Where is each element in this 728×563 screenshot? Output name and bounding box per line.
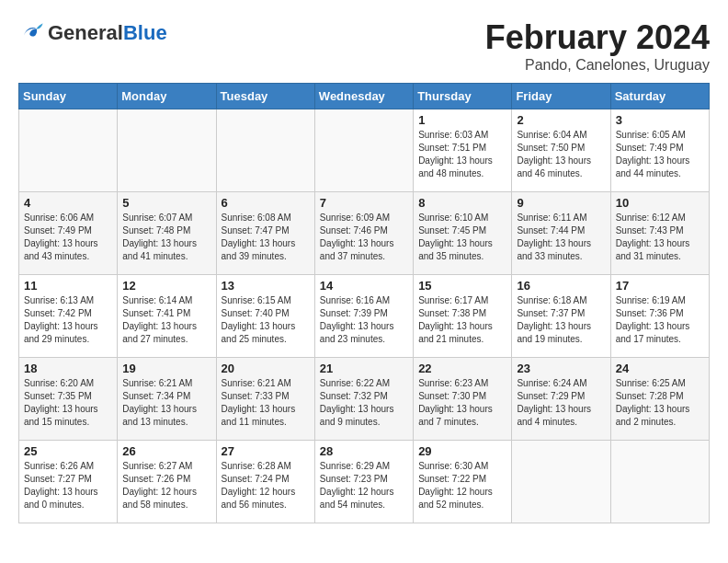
location: Pando, Canelones, Uruguay	[485, 57, 710, 74]
day-info: Sunrise: 6:19 AM Sunset: 7:36 PM Dayligh…	[616, 294, 704, 346]
day-number: 26	[122, 444, 210, 458]
day-number: 1	[418, 113, 506, 127]
day-number: 23	[517, 362, 605, 375]
month-year: February 2024	[485, 18, 710, 57]
calendar-cell: 22Sunrise: 6:23 AM Sunset: 7:30 PM Dayli…	[414, 358, 512, 441]
calendar-cell: 18Sunrise: 6:20 AM Sunset: 7:35 PM Dayli…	[19, 358, 118, 441]
calendar-table: SundayMondayTuesdayWednesdayThursdayFrid…	[18, 83, 710, 523]
day-number: 4	[24, 196, 112, 210]
calendar-cell: 3Sunrise: 6:05 AM Sunset: 7:49 PM Daylig…	[610, 109, 709, 192]
day-number: 19	[122, 362, 210, 375]
calendar-cell: 29Sunrise: 6:30 AM Sunset: 7:22 PM Dayli…	[414, 441, 512, 523]
calendar-cell: 24Sunrise: 6:25 AM Sunset: 7:28 PM Dayli…	[610, 358, 709, 441]
day-number: 6	[222, 196, 310, 210]
calendar-body: 1Sunrise: 6:03 AM Sunset: 7:51 PM Daylig…	[19, 109, 710, 523]
day-number: 3	[616, 113, 704, 127]
calendar-header-row: SundayMondayTuesdayWednesdayThursdayFrid…	[19, 84, 710, 109]
day-number: 25	[24, 444, 112, 458]
calendar-cell: 1Sunrise: 6:03 AM Sunset: 7:51 PM Daylig…	[414, 109, 512, 192]
day-number: 12	[122, 279, 210, 293]
calendar-cell	[19, 109, 118, 192]
bird-icon	[18, 18, 44, 44]
calendar-cell: 10Sunrise: 6:12 AM Sunset: 7:43 PM Dayli…	[610, 192, 709, 275]
day-of-week-header: Monday	[118, 84, 216, 109]
day-info: Sunrise: 6:24 AM Sunset: 7:29 PM Dayligh…	[517, 377, 605, 429]
calendar-cell: 16Sunrise: 6:18 AM Sunset: 7:37 PM Dayli…	[512, 275, 610, 358]
day-number: 18	[24, 362, 112, 375]
calendar-cell: 11Sunrise: 6:13 AM Sunset: 7:42 PM Dayli…	[19, 275, 118, 358]
day-of-week-header: Friday	[512, 84, 610, 109]
day-number: 14	[320, 279, 408, 293]
page-header: GeneralBlue February 2024 Pando, Canelon…	[18, 18, 710, 74]
day-number: 28	[320, 444, 408, 458]
day-info: Sunrise: 6:27 AM Sunset: 7:26 PM Dayligh…	[122, 460, 210, 511]
day-info: Sunrise: 6:20 AM Sunset: 7:35 PM Dayligh…	[24, 377, 112, 429]
logo: GeneralBlue	[18, 18, 167, 48]
day-number: 17	[616, 279, 704, 293]
calendar-cell	[314, 109, 413, 192]
day-number: 7	[320, 196, 408, 210]
day-number: 5	[122, 196, 210, 210]
day-number: 27	[222, 444, 310, 458]
calendar-cell: 7Sunrise: 6:09 AM Sunset: 7:46 PM Daylig…	[314, 192, 413, 275]
day-info: Sunrise: 6:22 AM Sunset: 7:32 PM Dayligh…	[320, 377, 408, 429]
day-info: Sunrise: 6:06 AM Sunset: 7:49 PM Dayligh…	[24, 212, 112, 263]
calendar-week-row: 11Sunrise: 6:13 AM Sunset: 7:42 PM Dayli…	[19, 275, 710, 358]
day-info: Sunrise: 6:21 AM Sunset: 7:34 PM Dayligh…	[122, 377, 210, 429]
day-info: Sunrise: 6:15 AM Sunset: 7:40 PM Dayligh…	[222, 294, 310, 346]
calendar-cell: 13Sunrise: 6:15 AM Sunset: 7:40 PM Dayli…	[216, 275, 314, 358]
day-of-week-header: Wednesday	[314, 84, 413, 109]
day-info: Sunrise: 6:30 AM Sunset: 7:22 PM Dayligh…	[418, 460, 506, 511]
day-info: Sunrise: 6:16 AM Sunset: 7:39 PM Dayligh…	[320, 294, 408, 346]
day-info: Sunrise: 6:28 AM Sunset: 7:24 PM Dayligh…	[222, 460, 310, 511]
calendar-cell: 26Sunrise: 6:27 AM Sunset: 7:26 PM Dayli…	[118, 441, 216, 523]
day-number: 11	[24, 279, 112, 293]
logo-text: GeneralBlue	[48, 23, 167, 43]
calendar-week-row: 4Sunrise: 6:06 AM Sunset: 7:49 PM Daylig…	[19, 192, 710, 275]
day-number: 20	[222, 362, 310, 375]
calendar-cell: 14Sunrise: 6:16 AM Sunset: 7:39 PM Dayli…	[314, 275, 413, 358]
calendar-cell: 20Sunrise: 6:21 AM Sunset: 7:33 PM Dayli…	[216, 358, 314, 441]
calendar-cell	[118, 109, 216, 192]
day-number: 10	[616, 196, 704, 210]
day-number: 13	[222, 279, 310, 293]
title-block: February 2024 Pando, Canelones, Uruguay	[485, 18, 710, 74]
calendar-cell: 4Sunrise: 6:06 AM Sunset: 7:49 PM Daylig…	[19, 192, 118, 275]
calendar-cell	[216, 109, 314, 192]
day-info: Sunrise: 6:12 AM Sunset: 7:43 PM Dayligh…	[616, 212, 704, 263]
day-info: Sunrise: 6:03 AM Sunset: 7:51 PM Dayligh…	[418, 129, 506, 180]
day-number: 8	[418, 196, 506, 210]
day-number: 15	[418, 279, 506, 293]
calendar-cell: 6Sunrise: 6:08 AM Sunset: 7:47 PM Daylig…	[216, 192, 314, 275]
calendar-cell: 15Sunrise: 6:17 AM Sunset: 7:38 PM Dayli…	[414, 275, 512, 358]
day-info: Sunrise: 6:07 AM Sunset: 7:48 PM Dayligh…	[122, 212, 210, 263]
calendar-cell: 8Sunrise: 6:10 AM Sunset: 7:45 PM Daylig…	[414, 192, 512, 275]
calendar-cell: 21Sunrise: 6:22 AM Sunset: 7:32 PM Dayli…	[314, 358, 413, 441]
day-info: Sunrise: 6:14 AM Sunset: 7:41 PM Dayligh…	[122, 294, 210, 346]
calendar-cell: 12Sunrise: 6:14 AM Sunset: 7:41 PM Dayli…	[118, 275, 216, 358]
day-info: Sunrise: 6:05 AM Sunset: 7:49 PM Dayligh…	[616, 129, 704, 180]
calendar-cell: 5Sunrise: 6:07 AM Sunset: 7:48 PM Daylig…	[118, 192, 216, 275]
day-of-week-header: Sunday	[19, 84, 118, 109]
day-info: Sunrise: 6:09 AM Sunset: 7:46 PM Dayligh…	[320, 212, 408, 263]
calendar-cell	[512, 441, 610, 523]
calendar-cell: 23Sunrise: 6:24 AM Sunset: 7:29 PM Dayli…	[512, 358, 610, 441]
day-info: Sunrise: 6:11 AM Sunset: 7:44 PM Dayligh…	[517, 212, 605, 263]
day-number: 22	[418, 362, 506, 375]
calendar-cell: 9Sunrise: 6:11 AM Sunset: 7:44 PM Daylig…	[512, 192, 610, 275]
calendar-cell	[610, 441, 709, 523]
day-info: Sunrise: 6:08 AM Sunset: 7:47 PM Dayligh…	[222, 212, 310, 263]
day-info: Sunrise: 6:29 AM Sunset: 7:23 PM Dayligh…	[320, 460, 408, 511]
day-info: Sunrise: 6:10 AM Sunset: 7:45 PM Dayligh…	[418, 212, 506, 263]
day-info: Sunrise: 6:17 AM Sunset: 7:38 PM Dayligh…	[418, 294, 506, 346]
calendar-week-row: 25Sunrise: 6:26 AM Sunset: 7:27 PM Dayli…	[19, 441, 710, 523]
day-info: Sunrise: 6:04 AM Sunset: 7:50 PM Dayligh…	[517, 129, 605, 180]
calendar-cell: 17Sunrise: 6:19 AM Sunset: 7:36 PM Dayli…	[610, 275, 709, 358]
day-info: Sunrise: 6:26 AM Sunset: 7:27 PM Dayligh…	[24, 460, 112, 511]
calendar-cell: 19Sunrise: 6:21 AM Sunset: 7:34 PM Dayli…	[118, 358, 216, 441]
day-number: 2	[517, 113, 605, 127]
day-number: 21	[320, 362, 408, 375]
calendar-week-row: 1Sunrise: 6:03 AM Sunset: 7:51 PM Daylig…	[19, 109, 710, 192]
day-info: Sunrise: 6:25 AM Sunset: 7:28 PM Dayligh…	[616, 377, 704, 429]
day-info: Sunrise: 6:18 AM Sunset: 7:37 PM Dayligh…	[517, 294, 605, 346]
